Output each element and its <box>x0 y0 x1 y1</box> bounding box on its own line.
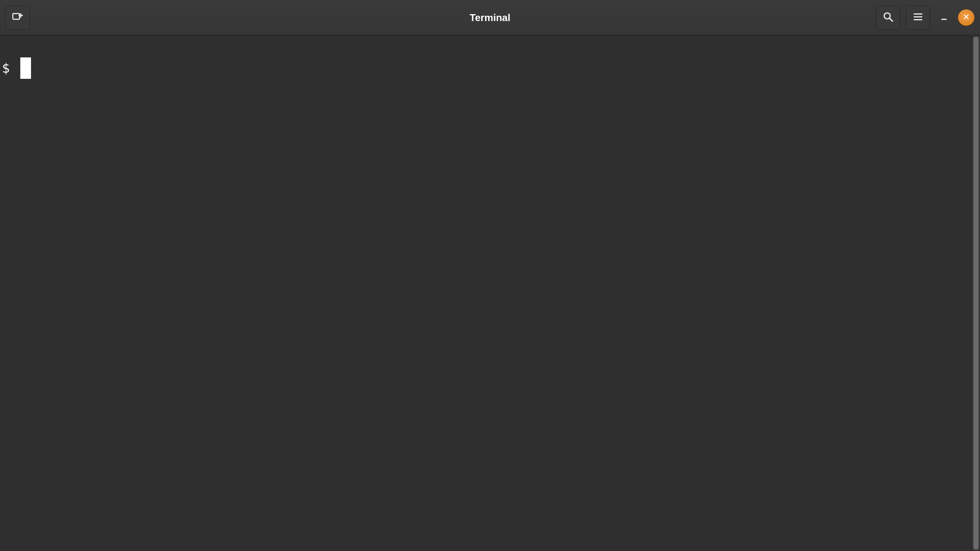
minimize-icon <box>941 15 947 20</box>
vertical-scrollbar[interactable] <box>972 35 980 551</box>
close-button[interactable] <box>958 9 975 26</box>
window-title: Terminal <box>470 11 510 23</box>
svg-line-4 <box>890 18 893 21</box>
titlebar-center: Terminal <box>470 11 510 23</box>
svg-rect-0 <box>13 13 20 19</box>
new-tab-icon <box>12 11 23 24</box>
cursor <box>20 57 31 79</box>
minimize-button[interactable] <box>936 9 952 26</box>
search-icon <box>882 11 894 24</box>
hamburger-menu-button[interactable] <box>906 5 930 30</box>
hamburger-menu-icon <box>912 11 924 24</box>
titlebar-left-group <box>5 5 30 30</box>
terminal-line: $ <box>1 57 979 79</box>
search-button[interactable] <box>876 5 900 30</box>
titlebar: Terminal <box>0 0 980 35</box>
scrollbar-thumb[interactable] <box>973 36 979 550</box>
close-icon <box>963 14 969 21</box>
shell-prompt: $ <box>1 57 10 79</box>
terminal-viewport[interactable]: $ <box>0 35 980 551</box>
new-tab-button[interactable] <box>5 5 30 30</box>
titlebar-right-group <box>876 5 975 30</box>
